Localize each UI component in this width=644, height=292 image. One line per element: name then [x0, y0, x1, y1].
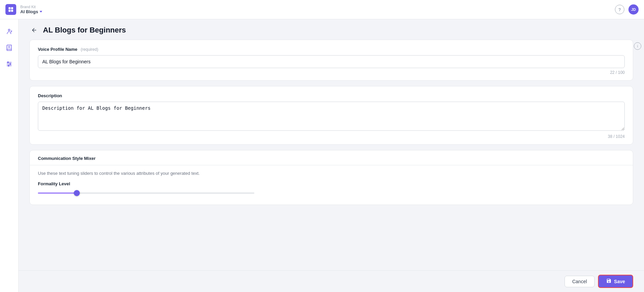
top-header: Brand Kit AI Blogs ? JD [0, 0, 644, 19]
avatar[interactable]: JD [628, 4, 639, 15]
page-header: AL Blogs for Beginners [19, 19, 644, 40]
page-title: AL Blogs for Beginners [43, 26, 126, 35]
help-button[interactable]: ? [615, 5, 624, 14]
svg-point-12 [8, 65, 9, 66]
ai-blogs-dropdown[interactable]: AI Blogs [20, 9, 42, 15]
voice-profile-char-count: 22 / 100 [38, 70, 625, 75]
voice-profile-name-card: Voice Profile Name (required) 22 / 100 [29, 40, 633, 81]
header-left: Brand Kit AI Blogs [5, 4, 42, 15]
cancel-button[interactable]: Cancel [565, 276, 595, 287]
svg-point-4 [8, 29, 10, 31]
voice-profile-name-input[interactable] [38, 55, 625, 68]
footer-actions: Cancel Save [19, 270, 644, 292]
formality-slider-rail[interactable] [38, 192, 254, 194]
description-card: Description Description for AL Blogs for… [29, 86, 633, 145]
content-area: AL Blogs for Beginners i Voice Profile N… [19, 19, 644, 292]
formality-level-label: Formality Level [38, 181, 625, 186]
svg-rect-2 [8, 10, 10, 12]
formality-slider-track [38, 190, 625, 196]
save-icon [606, 278, 612, 285]
brand-text: Brand Kit AI Blogs [20, 5, 42, 15]
svg-point-11 [10, 63, 11, 64]
description-label: Description [38, 93, 625, 98]
form-scroll: i Voice Profile Name (required) 22 / 100… [19, 40, 644, 270]
sidebar-icon-content-library[interactable] [2, 41, 16, 55]
formality-slider-thumb[interactable] [74, 190, 80, 196]
info-icon[interactable]: i [634, 42, 641, 50]
sidebar-icon-voice-profiles[interactable] [2, 25, 16, 38]
chevron-down-icon [40, 11, 42, 13]
brand-icon [5, 4, 16, 15]
save-button[interactable]: Save [598, 275, 633, 288]
main-layout: AL Blogs for Beginners i Voice Profile N… [0, 19, 644, 292]
save-label: Save [614, 279, 625, 284]
mixer-body: Use these text tuning sliders to control… [30, 165, 633, 205]
back-button[interactable] [29, 25, 39, 35]
svg-rect-1 [11, 7, 13, 9]
svg-rect-3 [11, 10, 13, 12]
description-char-count: 38 / 1024 [38, 134, 625, 139]
sidebar [0, 19, 19, 292]
sidebar-icon-settings[interactable] [2, 57, 16, 71]
description-textarea[interactable]: Description for AL Blogs for Beginners [38, 102, 625, 131]
svg-rect-0 [8, 7, 10, 9]
brand-kit-label: Brand Kit [20, 5, 42, 9]
mixer-description: Use these text tuning sliders to control… [38, 171, 625, 176]
svg-point-10 [7, 62, 8, 63]
mixer-header: Communication Style Mixer [30, 150, 633, 165]
formality-slider-fill [38, 192, 77, 194]
required-label: (required) [80, 47, 98, 52]
header-right: ? JD [615, 4, 639, 15]
voice-profile-label: Voice Profile Name (required) [38, 47, 625, 52]
communication-style-mixer-card: Communication Style Mixer Use these text… [29, 150, 633, 205]
